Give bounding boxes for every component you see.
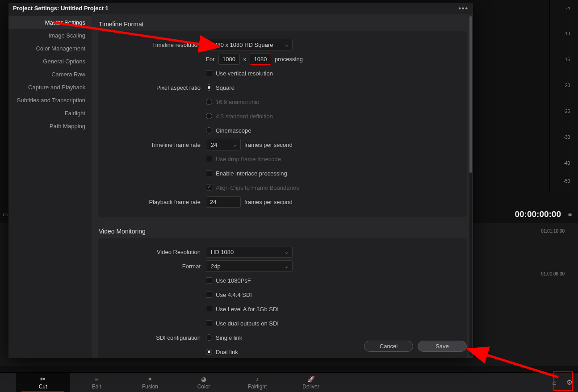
radio-par-169 — [206, 99, 212, 105]
label-timeline-framerate: Timeline frame rate — [105, 142, 206, 148]
fusion-icon: ✦ — [147, 375, 153, 383]
chevron-down-icon: ⌄ — [285, 42, 289, 48]
select-video-resolution[interactable]: HD 1080 ⌄ — [206, 246, 293, 258]
page-tab-cut[interactable]: ✂ Cut — [16, 373, 70, 392]
gear-icon[interactable]: ⚙ — [566, 378, 573, 387]
label-sdi-single: Single link — [216, 334, 242, 341]
label-levela: Use Level A for 3Gb SDI — [216, 306, 279, 313]
scale-tick: -5 — [566, 5, 570, 10]
scale-tick: -40 — [564, 161, 570, 166]
label-drop-frame: Use drop frame timecode — [216, 156, 281, 163]
label-444sdi: Use 4:4:4 SDI — [216, 292, 252, 298]
checkbox-drop-frame — [206, 156, 212, 162]
sidebar-item-image-scaling[interactable]: Image Scaling — [8, 29, 92, 42]
radio-sdi-single[interactable] — [206, 334, 212, 341]
page-tab-deliver[interactable]: 🚀 Deliver — [284, 373, 338, 392]
input-playback-framerate[interactable] — [206, 196, 241, 208]
radio-par-square[interactable] — [206, 84, 212, 91]
scale-tick: -10 — [564, 31, 570, 36]
checkbox-interlace[interactable] — [206, 170, 212, 176]
label-use-vertical: Use vertical resolution — [216, 70, 273, 77]
scale-tick: -15 — [564, 57, 570, 62]
settings-content: Timeline Format Timeline resolution 1080… — [92, 14, 473, 358]
label-fps2: frames per second — [244, 199, 293, 205]
label-align-clips: Align Clips to Frame Boundaries — [216, 184, 299, 191]
label-fps: frames per second — [244, 142, 293, 148]
radio-par-43 — [206, 113, 212, 119]
label-par-43: 4:3 standard definition — [216, 113, 273, 120]
checkbox-dualout[interactable] — [206, 320, 212, 326]
dialog-options-icon[interactable]: ••• — [458, 4, 469, 13]
select-format[interactable]: 24p ⌄ — [206, 260, 293, 272]
input-height[interactable] — [250, 54, 271, 65]
page-tab-label: Edit — [92, 384, 101, 390]
radio-par-cinemascope[interactable] — [206, 127, 212, 133]
label-par-square: Square — [216, 84, 235, 91]
timeline-ruler-tc: 01:00:06:00 — [541, 271, 565, 276]
page-tab-label: Fusion — [142, 384, 158, 390]
label-timeline-resolution: Timeline resolution — [105, 42, 206, 48]
label-for: For — [206, 56, 215, 63]
chevron-down-icon: ⌄ — [285, 249, 289, 255]
scale-tick: -25 — [564, 109, 570, 114]
label-par-169: 16:9 anamorphic — [216, 99, 259, 105]
page-tab-color[interactable]: ◕ Color — [177, 373, 230, 392]
cut-icon: ✂ — [40, 375, 46, 383]
checkbox-444sdi[interactable] — [206, 292, 212, 298]
dialog-title: Project Settings: Untitled Project 1 — [13, 5, 109, 12]
sidebar-item-general-options[interactable]: General Options — [8, 55, 92, 68]
page-tab-edit[interactable]: ≡ Edit — [70, 373, 123, 392]
label-par-cinemascope: Cinemascope — [216, 127, 251, 134]
label-pixel-aspect: Pixel aspect ratio — [105, 84, 206, 91]
page-bar: ✂ Cut ≡ Edit ✦ Fusion ◕ Color ♪ Fairligh… — [0, 372, 578, 392]
home-icon[interactable]: ⌂ — [552, 379, 557, 387]
sidebar-item-subtitles[interactable]: Subtitles and Transcription — [8, 94, 92, 107]
checkbox-levela[interactable] — [206, 306, 212, 312]
sidebar-item-color-management[interactable]: Color Management — [8, 42, 92, 55]
dialog-header: Project Settings: Untitled Project 1 ••• — [8, 3, 473, 14]
chevron-down-icon: ⌄ — [285, 263, 289, 269]
label-x: x — [243, 56, 247, 63]
section-video-monitoring: Video Resolution HD 1080 ⌄ Format 24p ⌄ — [98, 238, 467, 358]
sidebar-item-capture-playback[interactable]: Capture and Playback — [8, 81, 92, 94]
input-width[interactable] — [218, 54, 240, 65]
label-video-resolution: Video Resolution — [105, 249, 206, 255]
sidebar-item-camera-raw[interactable]: Camera Raw — [8, 68, 92, 81]
label-processing: processing — [275, 56, 303, 63]
settings-sidebar: Master Settings Image Scaling Color Mana… — [8, 14, 92, 358]
sidebar-item-path-mapping[interactable]: Path Mapping — [8, 120, 92, 133]
sidebar-item-fairlight[interactable]: Fairlight — [8, 107, 92, 120]
timeline-view-icon[interactable]: ▭ — [3, 211, 8, 218]
fairlight-icon: ♪ — [256, 375, 259, 383]
select-timeline-resolution[interactable]: 1080 x 1080 HD Square ⌄ — [206, 39, 293, 50]
label-format: Format — [105, 263, 206, 270]
cancel-button[interactable]: Cancel — [364, 341, 413, 352]
select-timeline-framerate[interactable]: 24 ⌄ — [206, 139, 241, 150]
timecode-display[interactable]: 00:00:00:00 — [515, 209, 561, 219]
page-tab-label: Color — [197, 384, 210, 390]
label-dualout: Use dual outputs on SDI — [216, 320, 279, 327]
label-sdi-dual: Dual link — [216, 349, 238, 355]
scrollbar[interactable] — [469, 16, 472, 356]
radio-sdi-dual[interactable] — [206, 349, 212, 355]
page-tab-fairlight[interactable]: ♪ Fairlight — [230, 373, 284, 392]
scale-tick: -20 — [564, 83, 570, 88]
checkbox-align-clips — [206, 184, 212, 191]
audio-meter-scale: -5 -10 -15 -20 -25 -30 -40 -50 — [549, 0, 574, 192]
scale-tick: -30 — [564, 135, 570, 140]
section-title-video-monitoring: Video Monitoring — [98, 226, 467, 238]
checkbox-use-vertical[interactable] — [206, 70, 212, 76]
label-interlace: Enable interlace processing — [216, 170, 287, 177]
timecode-menu-icon[interactable]: ≡ — [568, 211, 572, 218]
page-tab-label: Fairlight — [248, 384, 267, 390]
sidebar-item-master-settings[interactable]: Master Settings — [8, 16, 92, 29]
checkbox-1080psf[interactable] — [206, 277, 212, 284]
page-tab-label: Cut — [39, 384, 47, 390]
save-button[interactable]: Save — [418, 341, 467, 352]
page-tab-fusion[interactable]: ✦ Fusion — [123, 373, 177, 392]
label-sdi-config: SDI configuration — [105, 334, 206, 341]
timeline-ruler-tc: 01:01:10:00 — [541, 229, 565, 234]
select-value: 24p — [211, 263, 221, 270]
section-title-timeline-format: Timeline Format — [98, 19, 467, 31]
color-icon: ◕ — [201, 375, 206, 383]
